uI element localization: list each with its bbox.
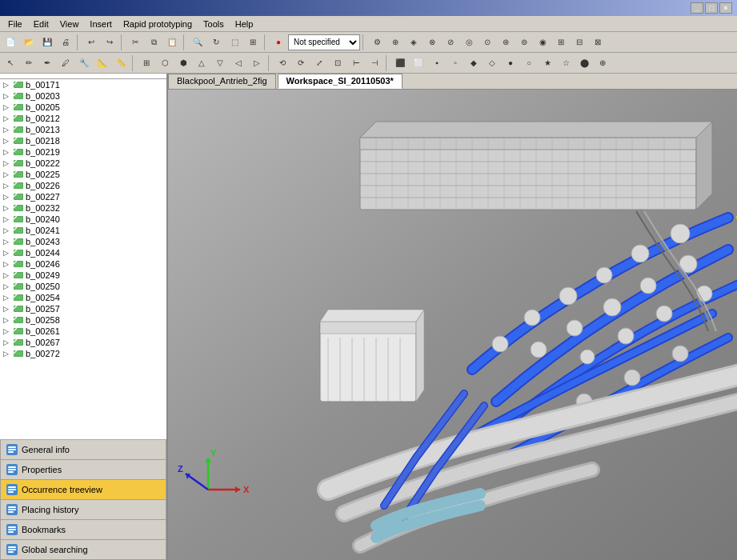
maximize-button[interactable]: □ [705, 2, 718, 14]
tb-btn12[interactable]: ◎ [460, 34, 478, 51]
tb2-btn19[interactable]: ⊢ [347, 54, 365, 72]
tb2-btn9[interactable]: ⬡ [156, 54, 174, 72]
save-button[interactable]: 💾 [38, 34, 56, 51]
tb2-btn10[interactable]: ⬢ [174, 54, 192, 72]
tb-btn9[interactable]: ◈ [405, 34, 423, 51]
tb2-btn5[interactable]: 🔧 [75, 54, 93, 72]
tb2-btn13[interactable]: ◁ [230, 54, 247, 72]
tb2-btn1[interactable]: ↖ [2, 54, 19, 72]
tree-item-b_00222[interactable]: ▷ b_00222 [0, 158, 166, 169]
tb2-btn4[interactable]: 🖊 [57, 54, 74, 72]
tb2-btn14[interactable]: ▷ [248, 54, 266, 72]
panel-btn-occurrence-treeview[interactable]: Occurrence treeview [0, 480, 166, 500]
tree-item-b_00205[interactable]: ▷ b_00205 [0, 102, 166, 113]
tb-btn14[interactable]: ⊛ [497, 34, 515, 51]
paste-button[interactable]: 📋 [163, 34, 181, 51]
tb-btn7[interactable]: ⚙ [368, 34, 386, 51]
tb2-btn3[interactable]: ✒ [38, 54, 56, 72]
tb-btn11[interactable]: ⊘ [442, 34, 459, 51]
tb2-btn7[interactable]: 📏 [112, 54, 130, 72]
tree-item-b_00254[interactable]: ▷ b_00254 [0, 292, 166, 303]
cut-button[interactable]: ✂ [126, 34, 144, 51]
panel-btn-global-searching[interactable]: Global searching [0, 540, 166, 560]
tb2-btn2[interactable]: ✏ [20, 54, 38, 72]
tb2-btn25[interactable]: ◆ [465, 54, 483, 72]
tb2-btn29[interactable]: ★ [539, 54, 556, 72]
tb-btn18[interactable]: ⊟ [571, 34, 588, 51]
tb-btn19[interactable]: ⊠ [589, 34, 607, 51]
tree-item-b_00227[interactable]: ▷ b_00227 [0, 191, 166, 202]
tree-item-b_00171[interactable]: ▷ b_00171 [0, 79, 166, 90]
tab-blackpool-antrieb-2fig[interactable]: Blackpool_Antrieb_2fig [168, 74, 276, 89]
tb2-btn32[interactable]: ⊕ [594, 54, 611, 72]
redo-button[interactable]: ↪ [101, 34, 118, 51]
tb2-btn12[interactable]: ▽ [211, 54, 229, 72]
tb2-btn6[interactable]: 📐 [94, 54, 111, 72]
undo-button[interactable]: ↩ [82, 34, 100, 51]
tb2-btn24[interactable]: ▫ [447, 54, 464, 72]
tb-btn6[interactable]: ● [270, 34, 287, 51]
tb-btn13[interactable]: ⊙ [479, 34, 496, 51]
tb2-btn20[interactable]: ⊣ [366, 54, 383, 72]
tree-item-b_00240[interactable]: ▷ b_00240 [0, 214, 166, 225]
panel-btn-placing-history[interactable]: Placing history [0, 500, 166, 520]
tb2-btn17[interactable]: ⤢ [310, 54, 328, 72]
menu-item-insert[interactable]: Insert [85, 18, 117, 30]
menu-item-rapid-prototyping[interactable]: Rapid prototyping [118, 18, 197, 30]
new-button[interactable]: 📄 [2, 34, 19, 51]
tree-item-b_00241[interactable]: ▷ b_00241 [0, 225, 166, 236]
tb-btn8[interactable]: ⊕ [387, 34, 404, 51]
open-button[interactable]: 📂 [20, 34, 38, 51]
print-button[interactable]: 🖨 [57, 34, 74, 51]
tree-item-b_00261[interactable]: ▷ b_00261 [0, 326, 166, 337]
panel-btn-properties[interactable]: Properties [0, 460, 166, 480]
tree-item-b_00258[interactable]: ▷ b_00258 [0, 314, 166, 326]
not-specified-dropdown[interactable]: Not specified [288, 34, 360, 50]
tree-item-b_00212[interactable]: ▷ b_00212 [0, 113, 166, 124]
tb2-btn21[interactable]: ⬛ [391, 54, 409, 72]
tb2-btn26[interactable]: ◇ [483, 54, 501, 72]
tb2-btn22[interactable]: ⬜ [410, 54, 427, 72]
tb2-btn16[interactable]: ⟳ [292, 54, 310, 72]
panel-btn-general-info[interactable]: General info [0, 440, 166, 460]
tb-btn5[interactable]: ⊞ [244, 34, 262, 51]
menu-item-view[interactable]: View [55, 18, 84, 30]
menu-item-help[interactable]: Help [230, 18, 258, 30]
tree-item-b_00219[interactable]: ▷ b_00219 [0, 146, 166, 158]
tb2-btn27[interactable]: ● [502, 54, 519, 72]
tb2-btn31[interactable]: ⬤ [575, 54, 593, 72]
tab-workspace-si-20110503-[interactable]: Workspace_SI_20110503* [278, 74, 403, 89]
tree-item-b_00250[interactable]: ▷ b_00250 [0, 281, 166, 292]
tb-btn10[interactable]: ⊗ [423, 34, 441, 51]
menu-item-edit[interactable]: Edit [29, 18, 54, 30]
tb2-btn18[interactable]: ⊡ [329, 54, 346, 72]
tb2-btn28[interactable]: ○ [520, 54, 538, 72]
panel-btn-bookmarks[interactable]: Bookmarks [0, 520, 166, 540]
tb2-btn8[interactable]: ⊞ [138, 54, 155, 72]
copy-button[interactable]: ⧉ [145, 34, 162, 51]
tree-item-b_00257[interactable]: ▷ b_00257 [0, 303, 166, 314]
zoom-in-button[interactable]: 🔍 [189, 34, 206, 51]
tb2-btn11[interactable]: △ [193, 54, 210, 72]
tree-item-b_00243[interactable]: ▷ b_00243 [0, 236, 166, 247]
tree-item-b_00232[interactable]: ▷ b_00232 [0, 202, 166, 214]
tree-container[interactable]: ▷ b_00171 ▷ b_00203 ▷ [0, 79, 166, 440]
menu-item-tools[interactable]: Tools [198, 18, 229, 30]
tb2-btn15[interactable]: ⟲ [274, 54, 291, 72]
tb-btn16[interactable]: ◉ [534, 34, 551, 51]
select-button[interactable]: ⬚ [226, 34, 243, 51]
rotate-button[interactable]: ↻ [207, 34, 225, 51]
tb2-btn30[interactable]: ☆ [557, 54, 575, 72]
tb-btn15[interactable]: ⊚ [515, 34, 533, 51]
tree-item-b_00203[interactable]: ▷ b_00203 [0, 90, 166, 102]
tree-item-b_00244[interactable]: ▷ b_00244 [0, 247, 166, 258]
tree-item-b_00226[interactable]: ▷ b_00226 [0, 180, 166, 191]
tree-item-b_00267[interactable]: ▷ b_00267 [0, 337, 166, 348]
minimize-button[interactable]: _ [691, 2, 703, 14]
tree-item-b_00272[interactable]: ▷ b_00272 [0, 348, 166, 359]
tb2-btn23[interactable]: ▪ [428, 54, 446, 72]
tree-item-b_00213[interactable]: ▷ b_00213 [0, 124, 166, 135]
tree-item-b_00225[interactable]: ▷ b_00225 [0, 169, 166, 180]
tree-item-b_00249[interactable]: ▷ b_00249 [0, 270, 166, 281]
menu-item-file[interactable]: File [3, 18, 27, 30]
